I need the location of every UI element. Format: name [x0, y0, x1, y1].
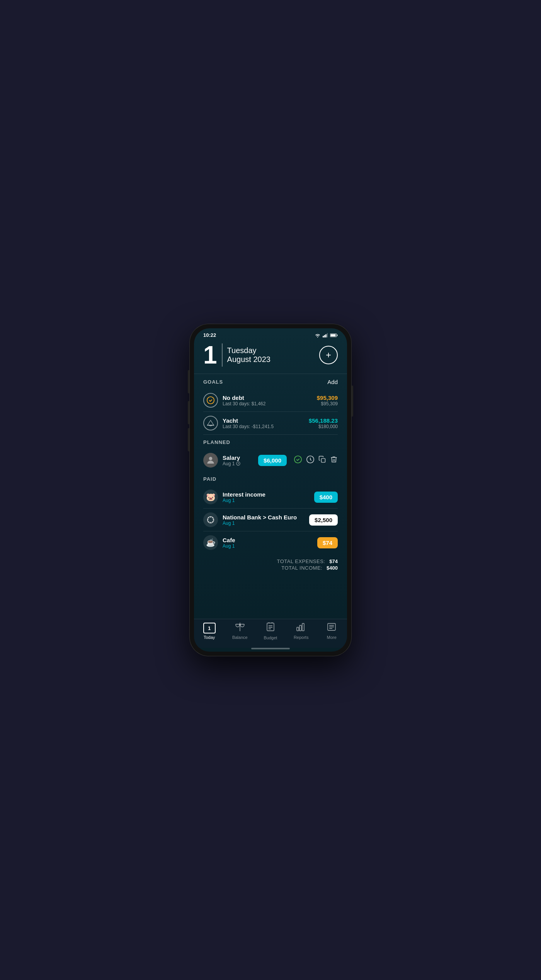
goal-sub-no-debt: Last 30 days: $1,462: [223, 401, 312, 406]
national-bank-amount: $2,500: [309, 514, 338, 526]
national-bank-text: National Bank > Cash Euro Aug 1: [223, 514, 305, 526]
svg-rect-20: [297, 627, 299, 631]
goal-sub-yacht: Last 30 days: -$11,241.5: [223, 424, 304, 429]
svg-rect-22: [302, 623, 304, 631]
nav-label-balance: Balance: [232, 635, 248, 640]
goal-name-yacht: Yacht: [223, 417, 304, 424]
interest-amount: $400: [314, 492, 338, 503]
salary-amount-button[interactable]: $6,000: [258, 455, 287, 466]
budget-icon: [266, 622, 275, 634]
reports-icon: [296, 623, 306, 633]
phone-frame: 10:22: [189, 324, 352, 656]
header: 1 Tuesday August 2023 +: [194, 340, 347, 374]
svg-rect-21: [299, 625, 301, 631]
home-indicator: [251, 648, 290, 649]
copy-icon[interactable]: [318, 456, 326, 465]
interest-name: Interest income: [223, 491, 310, 498]
total-expenses-line: TOTAL EXPENSES: $74: [203, 558, 338, 564]
svg-rect-2: [324, 335, 325, 337]
nav-label-more: More: [327, 635, 337, 640]
scroll-content: 1 Tuesday August 2023 + GOALS Add: [194, 340, 347, 619]
goal-current-no-debt: $95,309: [317, 394, 338, 401]
cafe-text: Cafe Aug 1: [223, 537, 313, 549]
battery-icon: [330, 333, 338, 338]
nav-item-today[interactable]: 1 Today: [198, 623, 221, 640]
total-expenses-label: TOTAL EXPENSES:: [277, 558, 325, 564]
svg-point-8: [207, 397, 214, 404]
nav-item-balance[interactable]: Balance: [228, 623, 252, 640]
goal-target-no-debt: $95,309: [317, 401, 338, 406]
goal-item-no-debt[interactable]: No debt Last 30 days: $1,462 $95,309 $95…: [203, 389, 338, 412]
total-income-line: TOTAL INCOME: $400: [203, 565, 338, 571]
wifi-icon: [315, 333, 321, 338]
add-button[interactable]: +: [319, 346, 338, 364]
goals-header: GOALS Add: [203, 379, 338, 385]
paid-item-national-bank[interactable]: National Bank > Cash Euro Aug 1 $2,500: [203, 509, 338, 531]
cafe-date: Aug 1: [223, 543, 313, 549]
svg-point-11: [294, 456, 301, 463]
day-number: 1: [203, 343, 217, 367]
goal-text-no-debt: No debt Last 30 days: $1,462: [223, 394, 312, 406]
time: 10:22: [203, 332, 216, 338]
nav-item-budget[interactable]: Budget: [259, 622, 282, 640]
goals-add-button[interactable]: Add: [327, 379, 338, 385]
svg-rect-6: [337, 335, 337, 336]
nav-label-budget: Budget: [264, 635, 277, 640]
salary-actions: [294, 455, 338, 466]
goals-title: GOALS: [203, 379, 223, 385]
svg-point-0: [317, 337, 318, 338]
paid-item-cafe[interactable]: ☕ Cafe Aug 1 $74: [203, 531, 338, 554]
planned-header: PLANNED: [203, 439, 338, 445]
goal-target-yacht: $180,000: [309, 424, 338, 429]
clock-icon[interactable]: [306, 455, 315, 466]
check-icon[interactable]: [294, 455, 302, 466]
salary-text: Salary Aug 1: [223, 454, 253, 466]
total-income-value: $400: [327, 565, 338, 571]
interest-icon: 🐷: [203, 490, 218, 504]
paid-section: PAID 🐷 Interest income Aug 1 $400: [194, 471, 347, 554]
nav-item-reports[interactable]: Reports: [289, 623, 313, 640]
interest-date: Aug 1: [223, 498, 310, 503]
svg-rect-7: [330, 334, 335, 336]
goal-icon-no-debt: [203, 393, 218, 408]
cafe-name: Cafe: [223, 537, 313, 543]
planned-title: PLANNED: [203, 439, 230, 445]
svg-rect-13: [322, 458, 325, 462]
more-icon: [327, 623, 336, 633]
totals-section: TOTAL EXPENSES: $74 TOTAL INCOME: $400: [194, 554, 347, 576]
paid-item-interest[interactable]: 🐷 Interest income Aug 1 $400: [203, 486, 338, 509]
nav-label-today: Today: [204, 635, 215, 640]
goal-amounts-no-debt: $95,309 $95,309: [317, 394, 338, 406]
day-info: Tuesday August 2023: [227, 346, 270, 364]
goal-amounts-yacht: $56,188.23 $180,000: [309, 417, 338, 429]
national-bank-date: Aug 1: [223, 521, 305, 526]
salary-avatar: [203, 453, 218, 468]
nav-label-reports: Reports: [294, 635, 309, 640]
national-bank-icon: [203, 512, 218, 527]
nav-item-more[interactable]: More: [320, 623, 343, 640]
goal-item-yacht[interactable]: Yacht Last 30 days: -$11,241.5 $56,188.2…: [203, 412, 338, 435]
trash-icon[interactable]: [330, 456, 338, 465]
svg-rect-4: [327, 333, 328, 337]
svg-rect-1: [323, 336, 324, 337]
interest-text: Interest income Aug 1: [223, 491, 310, 503]
day-divider: [222, 343, 223, 367]
bottom-nav: 1 Today Balance: [194, 619, 347, 648]
goal-name-no-debt: No debt: [223, 394, 312, 401]
svg-rect-16: [267, 623, 274, 631]
planned-item-salary[interactable]: Salary Aug 1 $6,000: [203, 449, 338, 471]
goal-current-yacht: $56,188.23: [309, 417, 338, 424]
salary-date: Aug 1: [223, 461, 253, 466]
day-name: Tuesday: [227, 346, 270, 355]
cafe-icon: ☕: [203, 535, 218, 550]
status-bar: 10:22: [194, 328, 347, 340]
salary-name: Salary: [223, 454, 253, 461]
paid-title: PAID: [203, 476, 216, 482]
planned-section: PLANNED Salary Aug 1: [194, 435, 347, 471]
total-expenses-value: $74: [329, 558, 338, 564]
status-icons: [315, 333, 338, 338]
goal-icon-yacht: [203, 416, 218, 430]
svg-point-9: [209, 457, 213, 460]
today-icon: 1: [203, 623, 216, 633]
goal-text-yacht: Yacht Last 30 days: -$11,241.5: [223, 417, 304, 429]
